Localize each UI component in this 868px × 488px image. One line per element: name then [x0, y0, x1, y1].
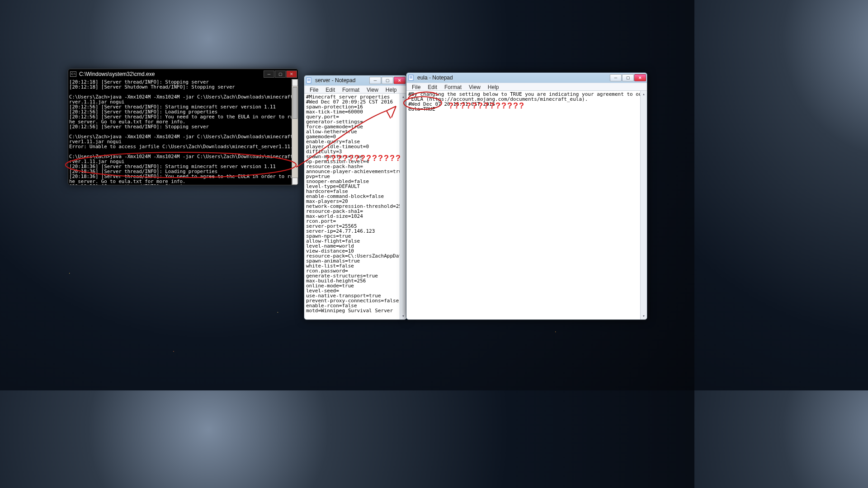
notepad-server-menubar[interactable]: File Edit Format View Help	[304, 85, 406, 94]
menu-help[interactable]: Help	[484, 83, 503, 90]
notepad-eula-titlebar[interactable]: eula - Notepad ─ ▢ ✕	[406, 73, 647, 83]
cmd-icon: C:\	[70, 71, 76, 77]
notepad-eula-text: #By changing the setting below to TRUE y…	[408, 91, 645, 112]
scrollbar[interactable]	[400, 94, 406, 319]
minimize-button[interactable]: ─	[264, 70, 274, 78]
maximize-button[interactable]: ▢	[382, 77, 393, 84]
menu-format[interactable]: Format	[441, 83, 465, 90]
maximize-button[interactable]: ▢	[275, 70, 286, 78]
notepad-server-window[interactable]: server - Notepad ─ ▢ ✕ File Edit Format …	[304, 75, 407, 320]
cmd-title-text: C:\Windows\system32\cmd.exe	[79, 71, 155, 77]
close-button[interactable]: ✕	[394, 77, 406, 84]
menu-view[interactable]: View	[363, 86, 382, 93]
notepad-icon	[408, 75, 415, 81]
cmd-output[interactable]: [20:12:18] [Server thread/INFO]: Stoppin…	[68, 79, 298, 185]
maximize-button[interactable]: ▢	[622, 74, 634, 81]
svg-rect-0	[307, 78, 311, 83]
notepad-server-body[interactable]: #Minecraft server properties #Wed Dec 07…	[304, 94, 406, 319]
menu-edit[interactable]: Edit	[322, 86, 339, 93]
notepad-server-title: server - Notepad	[315, 77, 355, 84]
minimize-button[interactable]: ─	[369, 77, 381, 84]
close-button[interactable]: ✕	[286, 70, 297, 78]
close-button[interactable]: ✕	[634, 74, 646, 81]
svg-rect-1	[409, 75, 413, 80]
scrollbar[interactable]	[292, 79, 298, 185]
minimize-button[interactable]: ─	[610, 74, 622, 81]
notepad-eula-title: eula - Notepad	[417, 75, 453, 81]
notepad-eula-menubar[interactable]: File Edit Format View Help	[406, 83, 647, 91]
cmd-text: [20:12:18] [Server thread/INFO]: Stoppin…	[69, 79, 298, 185]
menu-format[interactable]: Format	[339, 86, 363, 93]
notepad-server-text: #Minecraft server properties #Wed Dec 07…	[306, 94, 406, 314]
cmd-titlebar[interactable]: C:\ C:\Windows\system32\cmd.exe ─ ▢ ✕	[68, 69, 298, 79]
scrollbar-thumb[interactable]	[292, 87, 297, 119]
menu-view[interactable]: View	[465, 83, 484, 90]
menu-edit[interactable]: Edit	[424, 83, 441, 90]
notepad-icon	[306, 77, 312, 84]
menu-file[interactable]: File	[306, 86, 322, 93]
scrollbar[interactable]	[640, 91, 647, 319]
cmd-window[interactable]: C:\ C:\Windows\system32\cmd.exe ─ ▢ ✕ [2…	[68, 69, 298, 185]
menu-help[interactable]: Help	[382, 86, 401, 93]
notepad-eula-body[interactable]: #By changing the setting below to TRUE y…	[406, 91, 647, 319]
menu-file[interactable]: File	[408, 83, 424, 90]
notepad-eula-window[interactable]: eula - Notepad ─ ▢ ✕ File Edit Format Vi…	[406, 72, 647, 320]
notepad-server-titlebar[interactable]: server - Notepad ─ ▢ ✕	[304, 75, 406, 85]
